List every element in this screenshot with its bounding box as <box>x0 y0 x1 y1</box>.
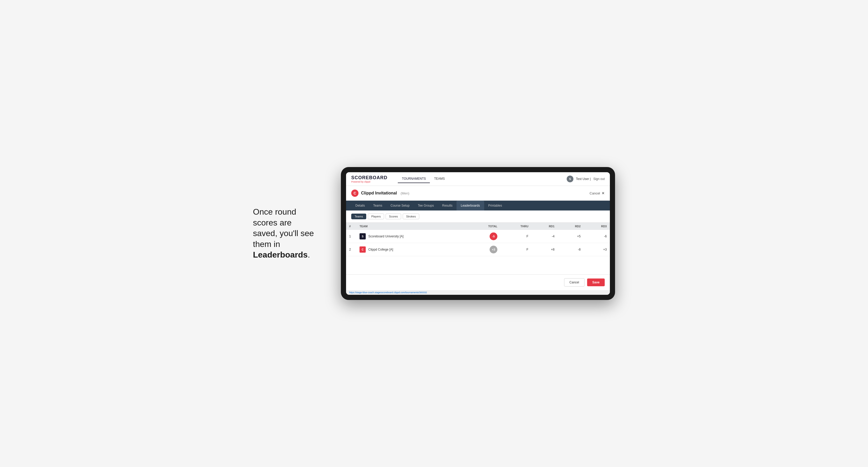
row2-team-logo: C <box>360 246 366 253</box>
table-header-row: # TEAM TOTAL THRU RD1 RD2 RD3 <box>346 223 610 230</box>
tab-printables[interactable]: Printables <box>484 201 506 211</box>
tab-tee-groups[interactable]: Tee Groups <box>413 201 438 211</box>
filter-bar: Teams Players Scores Strokes <box>346 211 610 223</box>
row1-total-badge: -5 <box>490 232 497 240</box>
row2-rd3: +3 <box>584 243 610 256</box>
nav-tournaments[interactable]: TOURNAMENTS <box>398 175 430 183</box>
row1-team: S Scoreboard University [A] <box>356 230 467 243</box>
nav-teams[interactable]: TEAMS <box>430 175 449 183</box>
logo-area: SCOREBOARD Powered by clippd <box>351 175 388 183</box>
tournament-logo: C <box>351 190 359 197</box>
row2-rd2: -8 <box>558 243 584 256</box>
filter-players[interactable]: Players <box>368 214 384 219</box>
row2-team-name: Clippd College [A] <box>368 248 393 251</box>
row1-thru: F <box>500 230 531 243</box>
sidebar-description: Once round scores are saved, you'll see … <box>253 207 326 260</box>
app-logo: SCOREBOARD <box>351 175 388 181</box>
tab-results[interactable]: Results <box>438 201 457 211</box>
row2-total-badge: +3 <box>490 246 497 253</box>
row1-team-logo: S <box>360 233 366 240</box>
modal-footer: Cancel Save <box>346 274 610 290</box>
filter-teams[interactable]: Teams <box>351 214 366 219</box>
leaderboard-table: # TEAM TOTAL THRU RD1 RD2 RD3 1 <box>346 223 610 256</box>
tablet-screen: SCOREBOARD Powered by clippd TOURNAMENTS… <box>346 172 610 295</box>
col-thru: THRU <box>500 223 531 230</box>
tournament-title: Clippd Invitational <box>361 191 397 195</box>
app-header: SCOREBOARD Powered by clippd TOURNAMENTS… <box>346 172 610 186</box>
tournament-cancel-area[interactable]: Cancel ✕ <box>590 191 605 195</box>
tournament-header: C Clippd Invitational (Men) Cancel ✕ <box>346 186 610 201</box>
row1-rd2: +5 <box>558 230 584 243</box>
leaderboard-content: # TEAM TOTAL THRU RD1 RD2 RD3 1 <box>346 223 610 274</box>
row2-total: +3 <box>467 243 500 256</box>
tab-leaderboards[interactable]: Leaderboards <box>457 201 484 211</box>
row1-total: -5 <box>467 230 500 243</box>
row1-rd3: -6 <box>584 230 610 243</box>
col-rd1: RD1 <box>531 223 558 230</box>
row2-rank: 2 <box>346 243 356 256</box>
tournament-title-area: C Clippd Invitational (Men) <box>351 190 409 197</box>
header-left: SCOREBOARD Powered by clippd TOURNAMENTS… <box>351 175 449 183</box>
tab-course-setup[interactable]: Course Setup <box>386 201 413 211</box>
cancel-label: Cancel <box>590 191 600 195</box>
row1-rank: 1 <box>346 230 356 243</box>
row1-team-name: Scoreboard University [A] <box>368 235 403 238</box>
url-text: https://stage-blue-coach.stagesscoreboar… <box>349 291 427 294</box>
user-name: Test User | <box>576 177 591 181</box>
col-team: TEAM <box>356 223 467 230</box>
tab-details[interactable]: Details <box>351 201 369 211</box>
filter-scores[interactable]: Scores <box>385 214 401 219</box>
row2-rd1: +8 <box>531 243 558 256</box>
table-row: 2 C Clippd College [A] +3 F <box>346 243 610 256</box>
col-total: TOTAL <box>467 223 500 230</box>
sign-out-link[interactable]: Sign out <box>593 177 605 181</box>
main-nav: TOURNAMENTS TEAMS <box>398 175 449 183</box>
tab-teams[interactable]: Teams <box>369 201 386 211</box>
cancel-button[interactable]: Cancel <box>564 278 585 286</box>
row1-rd1: -4 <box>531 230 558 243</box>
col-rd2: RD2 <box>558 223 584 230</box>
filter-strokes[interactable]: Strokes <box>403 214 419 219</box>
url-bar: https://stage-blue-coach.stagesscoreboar… <box>346 290 610 295</box>
powered-by: Powered by clippd <box>351 181 388 183</box>
row2-thru: F <box>500 243 531 256</box>
row2-team: C Clippd College [A] <box>356 243 467 256</box>
save-button[interactable]: Save <box>587 279 605 286</box>
table-row: 1 S Scoreboard University [A] -5 F <box>346 230 610 243</box>
user-avatar: S <box>567 176 574 182</box>
close-icon[interactable]: ✕ <box>601 191 605 195</box>
col-rd3: RD3 <box>584 223 610 230</box>
header-right: S Test User | Sign out <box>567 176 605 182</box>
col-rank: # <box>346 223 356 230</box>
sub-navigation: Details Teams Course Setup Tee Groups Re… <box>346 201 610 211</box>
tablet-device: SCOREBOARD Powered by clippd TOURNAMENTS… <box>341 167 615 300</box>
tournament-subtitle: (Men) <box>401 191 409 195</box>
